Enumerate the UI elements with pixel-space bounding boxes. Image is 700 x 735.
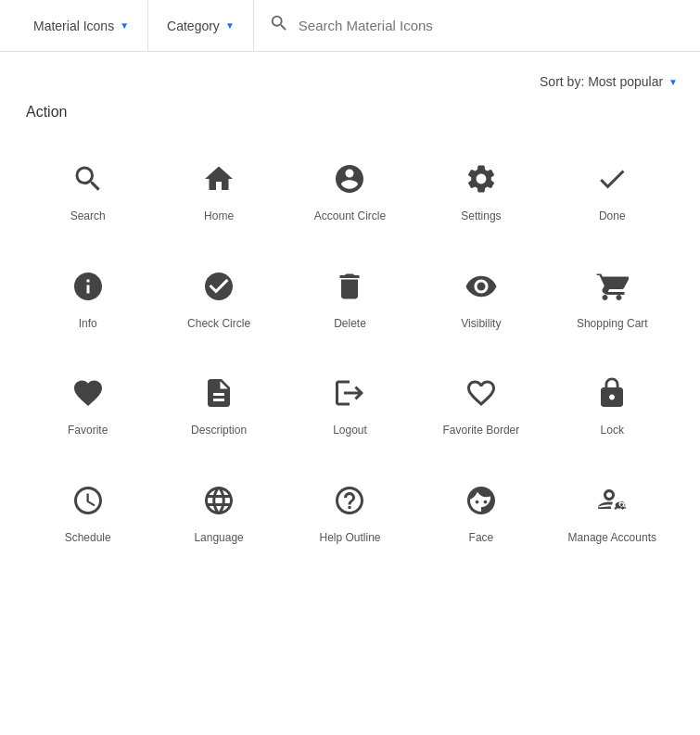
icon-item-shopping-cart[interactable]: Shopping Cart: [547, 243, 678, 350]
sort-dropdown[interactable]: Sort by: Most popular ▼: [540, 74, 678, 89]
icon-item-favorite[interactable]: Favorite: [22, 349, 153, 457]
lock-icon: [594, 375, 630, 411]
check-circle-icon: [201, 269, 236, 304]
icon-item-account-circle[interactable]: Account Circle: [285, 135, 415, 243]
app-header: Material Icons ▼ Category ▼: [0, 0, 700, 52]
schedule-icon: [70, 483, 106, 518]
icon-item-description[interactable]: Description: [153, 349, 284, 457]
logout-icon: [332, 375, 367, 411]
section-title: Action: [22, 104, 678, 120]
visibility-icon: [464, 269, 499, 304]
search-icon: [70, 161, 106, 196]
icon-label-logout: Logout: [333, 424, 367, 438]
icon-label-manage-accounts: Manage Accounts: [568, 531, 656, 546]
icon-label-help-outline: Help Outline: [319, 531, 380, 546]
language-icon: [201, 483, 236, 518]
icon-label-account-circle: Account Circle: [314, 209, 386, 224]
favorite-border-icon: [464, 375, 499, 411]
dropdown1-arrow-icon: ▼: [120, 20, 129, 31]
icon-item-settings[interactable]: Settings: [415, 135, 546, 243]
icon-item-lock[interactable]: Lock: [547, 349, 678, 457]
sort-arrow-icon: ▼: [668, 77, 678, 87]
delete-icon: [332, 269, 367, 304]
shopping-cart-icon: [594, 269, 630, 304]
icon-item-home[interactable]: Home: [153, 135, 284, 243]
icon-item-done[interactable]: Done: [547, 135, 678, 243]
icon-label-check-circle: Check Circle: [187, 317, 250, 332]
favorite-icon: [70, 375, 106, 411]
icon-item-face[interactable]: Face: [415, 457, 546, 564]
icon-label-lock: Lock: [601, 424, 624, 438]
icon-item-info[interactable]: Info: [22, 243, 153, 350]
icon-item-schedule[interactable]: Schedule: [22, 457, 153, 564]
icon-label-home: Home: [204, 209, 234, 224]
icon-item-favorite-border[interactable]: Favorite Border: [415, 349, 546, 457]
icon-item-help-outline[interactable]: Help Outline: [285, 457, 415, 564]
icon-grid: Search Home Account Circle Settings: [22, 135, 678, 564]
main-content: Sort by: Most popular ▼ Action Search Ho…: [0, 52, 700, 578]
sort-label-text: Sort by: Most popular: [540, 74, 663, 89]
icon-item-manage-accounts[interactable]: Manage Accounts: [547, 457, 678, 564]
icon-label-visibility: Visibility: [461, 317, 501, 332]
icon-item-language[interactable]: Language: [153, 457, 284, 564]
done-icon: [594, 161, 630, 196]
category-label: Category: [167, 19, 220, 33]
icon-label-description: Description: [191, 424, 247, 438]
icon-label-delete: Delete: [334, 317, 366, 332]
settings-icon: [464, 161, 499, 196]
help-outline-icon: [332, 483, 367, 518]
icon-label-language: Language: [194, 531, 243, 546]
icon-label-done: Done: [599, 209, 626, 224]
material-icons-label: Material Icons: [33, 19, 114, 33]
description-icon: [201, 375, 236, 411]
category-dropdown[interactable]: Category ▼: [148, 0, 254, 51]
search-bar: [254, 0, 685, 51]
icon-label-search: Search: [70, 209, 106, 224]
icon-label-info: Info: [79, 317, 97, 332]
sort-bar: Sort by: Most popular ▼: [22, 67, 678, 104]
dropdown2-arrow-icon: ▼: [225, 20, 235, 31]
icon-label-shopping-cart: Shopping Cart: [577, 317, 648, 332]
icon-item-search[interactable]: Search: [22, 135, 153, 243]
icon-label-schedule: Schedule: [65, 531, 111, 546]
manage-accounts-icon: [594, 483, 630, 518]
icon-item-logout[interactable]: Logout: [285, 349, 415, 457]
icon-label-favorite-border: Favorite Border: [443, 424, 520, 438]
info-icon: [70, 269, 106, 304]
icon-label-settings: Settings: [461, 209, 501, 224]
search-input[interactable]: [299, 18, 670, 33]
icon-item-delete[interactable]: Delete: [285, 243, 415, 350]
icon-item-visibility[interactable]: Visibility: [415, 243, 546, 350]
face-icon: [464, 483, 499, 518]
search-icon: [269, 13, 289, 38]
icon-label-favorite: Favorite: [68, 424, 108, 438]
icon-label-face: Face: [469, 531, 494, 546]
icon-item-check-circle[interactable]: Check Circle: [153, 243, 284, 350]
material-icons-dropdown[interactable]: Material Icons ▼: [15, 0, 148, 51]
account-circle-icon: [332, 161, 367, 196]
home-icon: [201, 161, 236, 196]
